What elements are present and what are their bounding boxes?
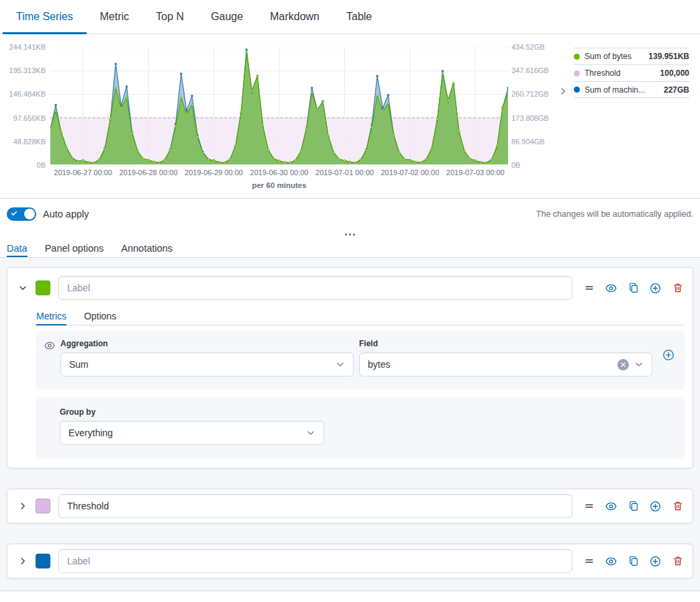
legend-item-threshold[interactable]: Threshold 100,000: [574, 64, 689, 81]
eye-icon: [605, 556, 617, 567]
x-tick: 2019-06-28 00:00: [119, 168, 178, 177]
tab-annotations[interactable]: Annotations: [121, 239, 173, 257]
y-right-tick: 173.808GB: [511, 114, 549, 122]
chevron-down-icon: [18, 283, 28, 293]
field-field-group: Field bytes: [359, 339, 652, 377]
tab-data[interactable]: Data: [7, 239, 28, 257]
group-by-panel: Group by Everything: [36, 397, 685, 458]
tab-gauge[interactable]: Gauge: [197, 0, 256, 34]
series-color-swatch[interactable]: [36, 499, 50, 513]
series-label-input[interactable]: [58, 276, 572, 300]
drag-handle[interactable]: [583, 501, 595, 512]
y-right-tick: 347.616GB: [511, 66, 549, 74]
toggle-series-visibility-button[interactable]: [605, 283, 617, 294]
series-color-swatch[interactable]: [36, 281, 50, 295]
chevron-down-icon: [634, 360, 644, 369]
y-right-tick: 434.52GB: [511, 43, 545, 51]
toggle-series-visibility-button[interactable]: [605, 556, 617, 567]
field-label: Field: [359, 339, 652, 348]
y-left-tick: 244.141KB: [9, 43, 46, 51]
legend-value: 139.951KB: [648, 52, 689, 61]
chevron-down-icon: [336, 360, 345, 369]
visualization-type-tabbar: Time Series Metric Top N Gauge Markdown …: [0, 0, 700, 34]
chart-plot-area[interactable]: [50, 48, 508, 164]
trash-icon: [672, 556, 683, 566]
expand-series-button[interactable]: [17, 500, 29, 512]
series-header: [7, 268, 693, 304]
toggle-series-visibility-button[interactable]: [605, 501, 617, 512]
copy-icon: [628, 501, 639, 511]
clone-series-button[interactable]: [628, 556, 639, 567]
delete-series-button[interactable]: [672, 283, 683, 294]
add-series-button[interactable]: [650, 501, 661, 512]
drag-handle[interactable]: [583, 556, 595, 567]
delete-series-button[interactable]: [672, 556, 683, 567]
aggregation-label: Aggregation: [60, 339, 354, 348]
tab-metric[interactable]: Metric: [87, 0, 143, 34]
auto-apply-hint: The changes will be automatically applie…: [536, 209, 693, 219]
legend-value: 227GB: [664, 85, 689, 95]
add-series-button[interactable]: [650, 556, 661, 567]
group-by-select[interactable]: Everything: [60, 421, 324, 445]
clone-series-button[interactable]: [628, 283, 639, 294]
copy-icon: [628, 283, 639, 293]
y-left-tick: 97.656KB: [13, 114, 46, 122]
aggregation-panel: Aggregation Sum Field bytes: [36, 331, 685, 390]
field-combobox[interactable]: bytes: [359, 352, 652, 377]
expand-series-button[interactable]: [17, 555, 29, 567]
y-right-tick: 0B: [511, 161, 520, 169]
tab-options[interactable]: Options: [84, 307, 116, 325]
series-color-swatch[interactable]: [36, 554, 50, 568]
plus-in-circle-icon: [662, 349, 674, 361]
eye-icon: [605, 501, 617, 512]
tab-time-series[interactable]: Time Series: [3, 0, 87, 34]
cross-icon: [620, 362, 626, 368]
legend-item-sum-of-machines[interactable]: Sum of machin... 227GB: [574, 81, 689, 98]
series-card-3: [7, 544, 693, 579]
y-left-tick: 48.828KB: [13, 138, 46, 146]
delete-series-button[interactable]: [672, 501, 683, 512]
legend-dot: [574, 54, 580, 60]
legend-label: Sum of bytes: [585, 52, 644, 61]
series-label-input[interactable]: [58, 549, 572, 573]
chart-legend: Sum of bytes 139.951KB Threshold 100,000…: [574, 48, 689, 98]
aggregation-field-group: Aggregation Sum: [60, 339, 354, 377]
tab-panel-options[interactable]: Panel options: [45, 239, 104, 257]
x-tick: 2019-06-30 00:00: [250, 168, 309, 177]
add-series-button[interactable]: [650, 283, 661, 294]
auto-apply-row: Auto apply The changes will be automatic…: [0, 199, 700, 230]
add-metric-button[interactable]: [662, 348, 675, 362]
x-tick: 2019-07-02 00:00: [381, 168, 439, 177]
tab-metrics[interactable]: Metrics: [36, 307, 66, 325]
series-tabbar: Metrics Options: [36, 307, 685, 325]
plus-in-circle-icon: [650, 283, 661, 294]
collapse-series-button[interactable]: [17, 282, 29, 294]
drag-handle[interactable]: [583, 283, 595, 294]
field-value: bytes: [368, 359, 617, 370]
y-left-tick: 0B: [37, 161, 46, 169]
legend-dot: [574, 87, 580, 93]
y-right-tick: 86.904GB: [511, 138, 545, 146]
tab-top-n[interactable]: Top N: [142, 0, 197, 34]
drag-handle-icon: [585, 501, 594, 511]
aggregation-value: Sum: [69, 359, 336, 370]
x-tick: 2019-06-27 00:00: [54, 168, 112, 177]
y-axis-right-labels: 434.52GB 347.616GB 260.712GB 173.808GB 8…: [511, 43, 558, 169]
y-right-tick: 260.712GB: [511, 90, 549, 98]
eye-icon: [44, 340, 55, 351]
legend-collapse-button[interactable]: [557, 85, 569, 97]
auto-apply-toggle[interactable]: [7, 207, 36, 221]
legend-dot: [574, 70, 580, 77]
series-label-input[interactable]: [58, 494, 572, 518]
legend-item-sum-of-bytes[interactable]: Sum of bytes 139.951KB: [574, 48, 689, 64]
metric-visibility-icon[interactable]: [44, 340, 55, 353]
tab-table[interactable]: Table: [333, 0, 385, 34]
aggregation-select[interactable]: Sum: [60, 352, 354, 377]
clone-series-button[interactable]: [628, 501, 639, 512]
editor-tabbar: Data Panel options Annotations: [0, 239, 700, 258]
clear-field-button[interactable]: [617, 359, 629, 370]
tab-markdown[interactable]: Markdown: [256, 0, 333, 34]
auto-apply-label: Auto apply: [43, 209, 89, 219]
panel-resize-handle[interactable]: [0, 230, 700, 239]
series-card-2: [7, 489, 693, 523]
